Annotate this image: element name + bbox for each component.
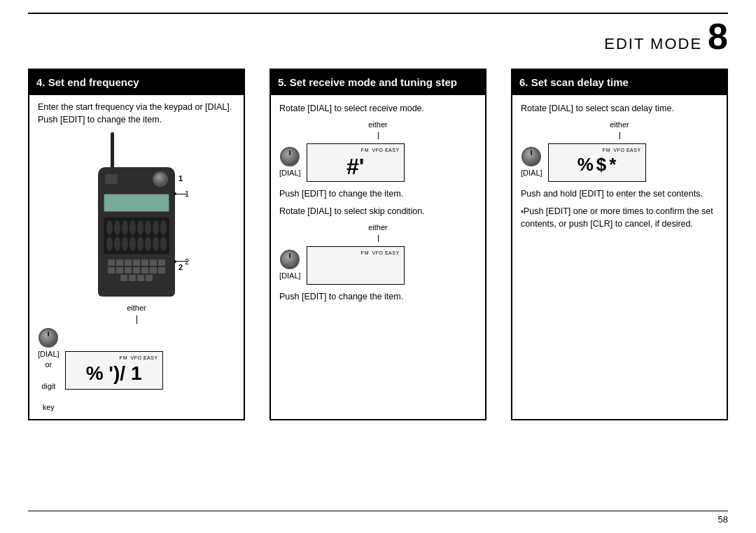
panel-4-body: Enter the start frequency via the keypad… bbox=[29, 95, 244, 419]
fm-5-1: FM bbox=[360, 147, 369, 155]
connector-line-5-2 bbox=[378, 235, 379, 242]
screen-top-labels-4: FM VFO EASY bbox=[70, 355, 158, 362]
panel-5-dial-1: either [DIAL] FM VFO EASY bbox=[279, 119, 477, 182]
either-line-4 bbox=[38, 315, 235, 324]
panel-5-dial-2: either [DIAL] FM VFO EASY bbox=[279, 222, 477, 285]
panel-6-dial: either [DIAL] FM VFO EASY bbox=[521, 119, 718, 182]
connector-4 bbox=[136, 315, 137, 324]
panel-4: 4. Set end frequency Enter the start fre… bbox=[28, 69, 245, 420]
dial-knob-5-1 bbox=[280, 147, 300, 166]
fm-5-2: FM bbox=[360, 250, 369, 257]
panel-6-body: Rotate [DIAL] to select scan delay time.… bbox=[512, 95, 727, 243]
screen-5-2: FM VFO EASY bbox=[307, 246, 405, 285]
screen-content-4: % ')/ 1 bbox=[86, 364, 142, 383]
screen-content-5-1: #' bbox=[346, 155, 364, 178]
screen-top-labels-5-2: FM VFO EASY bbox=[312, 250, 400, 257]
panel-6: 6. Set scan delay time Rotate [DIAL] to … bbox=[511, 69, 728, 420]
dial-knob-5-2 bbox=[280, 250, 300, 269]
screen-top-labels-6: FM VFO EASY bbox=[553, 147, 641, 155]
dial-label-5-2: [DIAL] bbox=[279, 271, 301, 281]
panel-4-text: Enter the start frequency via the keypad… bbox=[38, 101, 235, 127]
screen-content-5-2 bbox=[353, 258, 358, 278]
dial-row-6: [DIAL] FM VFO EASY % $ * bbox=[521, 143, 718, 182]
screen-6: FM VFO EASY % $ * bbox=[548, 143, 646, 182]
connector-line-6 bbox=[620, 132, 620, 139]
dial-text-4: [DIAL] or digit key bbox=[38, 349, 59, 413]
panel-4-header: 4. Set end frequency bbox=[29, 70, 244, 95]
panel-6-header: 6. Set scan delay time bbox=[512, 70, 727, 95]
page-number-header: 8 bbox=[708, 18, 728, 55]
panel-5-text4: Push [EDIT] to change the item. bbox=[279, 290, 477, 304]
panel-5-header: 5. Set receive mode and tuning step bbox=[271, 70, 485, 95]
dial-row-5-2: [DIAL] FM VFO EASY bbox=[279, 246, 477, 285]
page-footer: 58 bbox=[28, 511, 728, 525]
main-content: 4. Set end frequency Enter the start fre… bbox=[0, 55, 756, 427]
screen-4: FM VFO EASY % ')/ 1 bbox=[65, 351, 163, 390]
page-title: EDIT MODE bbox=[604, 35, 702, 53]
vfo-easy-label-4: VFO EASY bbox=[131, 355, 158, 362]
connector-line-5-1 bbox=[378, 132, 379, 139]
dial-knob-4 bbox=[38, 328, 58, 348]
panel-5-text1: Rotate [DIAL] to select receive mode. bbox=[279, 102, 477, 115]
either-2-label-5: either bbox=[279, 222, 477, 234]
page-number-footer: 58 bbox=[718, 514, 728, 525]
panel-5-text3: Rotate [DIAL] to select skip condition. bbox=[279, 205, 477, 218]
dial-col-6: [DIAL] bbox=[521, 147, 542, 178]
panel-4-dial-section: either [DIAL] or digit key bbox=[38, 302, 235, 413]
page-header: EDIT MODE 8 bbox=[0, 14, 756, 55]
radio-illustration: 1 2 1 2 bbox=[38, 132, 235, 297]
dial-knob-6 bbox=[522, 147, 541, 166]
screen-top-labels-5-1: FM VFO EASY bbox=[312, 147, 400, 155]
panel-5-text2: Push [EDIT] to change the item. bbox=[279, 187, 477, 201]
dial-label-5-1: [DIAL] bbox=[279, 168, 301, 178]
radio-label-1: 1 bbox=[178, 173, 183, 185]
either-label-6: either bbox=[521, 119, 718, 131]
screen-5-1: FM VFO EASY #' bbox=[307, 143, 405, 182]
dial-label-col-4: [DIAL] or digit key bbox=[38, 328, 59, 413]
either-label-4: either bbox=[38, 302, 235, 314]
panel-6-bullet1: •Push [EDIT] one or more times to confir… bbox=[521, 205, 718, 232]
panel-5-body: Rotate [DIAL] to select receive mode. ei… bbox=[271, 95, 485, 315]
panel-6-text1: Rotate [DIAL] to select scan delay time. bbox=[521, 102, 718, 115]
dial-col-5-1: [DIAL] bbox=[279, 147, 301, 178]
fm-6: FM bbox=[602, 147, 610, 155]
fm-label-4: FM bbox=[119, 355, 127, 362]
panel-5: 5. Set receive mode and tuning step Rota… bbox=[270, 69, 486, 420]
either-1-label-5: either bbox=[279, 119, 477, 131]
screen-content-6: % $ * bbox=[578, 155, 617, 173]
dial-row-4: [DIAL] or digit key FM VFO EASY bbox=[38, 328, 235, 413]
panel-6-text2: Push and hold [EDIT] to enter the set co… bbox=[521, 187, 718, 201]
radio-label-2: 2 bbox=[178, 262, 183, 273]
dial-row-5-1: [DIAL] FM VFO EASY #' bbox=[279, 143, 477, 182]
dial-col-5-2: [DIAL] bbox=[279, 250, 301, 281]
dial-label-6: [DIAL] bbox=[521, 168, 542, 178]
